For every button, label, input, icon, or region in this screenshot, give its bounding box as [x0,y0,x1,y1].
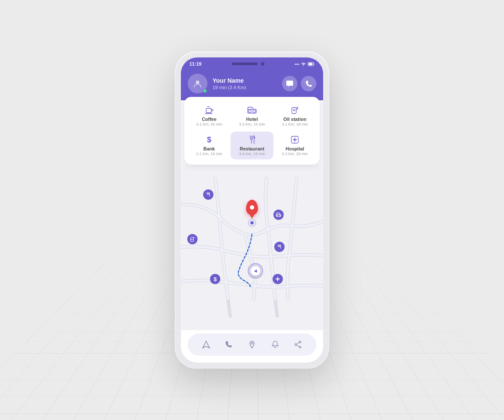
status-notch [232,63,258,65]
map-dot-hotel-1[interactable] [273,210,284,220]
user-info: Your Name 19 min (3.4 Km) [213,77,277,90]
svg-point-17 [251,342,253,344]
call-button[interactable] [301,76,316,91]
category-hospital[interactable]: Hospital 5.3 Km, 29 min [273,132,316,159]
hotel-label: Hotel [246,117,258,122]
svg-point-20 [295,344,297,345]
status-camera [261,62,264,66]
category-oil-station[interactable]: Oil station 3.1 Km, 18 min [273,102,316,130]
status-time: 11:19 [189,61,201,66]
oil-station-icon [291,105,298,115]
svg-point-18 [299,341,301,343]
category-bank[interactable]: $ Bank 2.1 Km, 16 min [188,132,231,159]
svg-rect-5 [249,110,251,112]
coffee-label: Coffee [202,117,216,122]
restaurant-icon [248,135,256,144]
hospital-icon [291,135,299,144]
nav-bar [188,333,316,356]
hospital-label: Hospital [285,146,304,151]
current-location: ◄ [248,263,263,279]
category-panel: Coffee 4.1 Km, 26 min Hotel [184,97,320,165]
app-header: Your Name 19 min (3.4 Km) [181,69,323,100]
hotel-detail: 3.3 Km, 15 min [239,122,265,126]
bottom-navigation [181,330,323,363]
bank-dollar-sign: $ [213,276,216,282]
map-dot-bank-1[interactable]: $ [210,274,220,284]
svg-point-2 [196,81,199,84]
compass-arrow: ◄ [253,268,258,274]
bank-detail: 2.1 Km, 16 min [196,152,222,156]
svg-rect-6 [253,110,255,112]
nav-location[interactable] [244,337,260,352]
svg-rect-13 [277,215,278,216]
svg-point-19 [299,346,301,348]
svg-rect-14 [279,215,281,216]
phone-mockup: 11:19 ▪▪▪ [175,51,329,369]
pin-body [246,200,258,215]
header-actions [282,76,316,91]
location-button[interactable]: ◄ [251,266,260,276]
phone-frame: 11:19 ▪▪▪ [175,51,329,369]
nav-phone[interactable] [221,337,237,352]
wifi-icon [301,62,306,66]
restaurant-label: Restaurant [240,146,264,151]
oil-station-label: Oil station [283,117,306,122]
svg-rect-4 [248,109,256,113]
svg-rect-12 [276,214,281,217]
signal-icon: ▪▪▪ [294,62,299,66]
hotel-icon [247,105,257,115]
category-coffee[interactable]: Coffee 4.1 Km, 26 min [188,102,231,130]
user-distance: 19 min (3.4 Km) [213,85,277,90]
chat-button[interactable] [282,76,297,91]
bank-icon: $ [207,135,211,144]
online-indicator [203,89,207,93]
map-dot-hospital-1[interactable] [273,274,283,284]
category-hotel[interactable]: Hotel 3.3 Km, 15 min [231,102,273,130]
svg-point-16 [193,237,194,238]
map-dot-restaurant-2[interactable] [274,242,285,252]
route-start-dot [249,220,255,225]
category-row-2: $ Bank 2.1 Km, 16 min [188,132,316,159]
svg-rect-3 [206,108,211,113]
nav-share[interactable] [290,337,306,352]
status-icons: ▪▪▪ [294,62,315,66]
category-restaurant[interactable]: Restaurant 3.4 Km, 19 min [231,132,273,159]
map-dot-gas-1[interactable] [187,234,198,244]
oil-station-detail: 3.1 Km, 18 min [282,122,308,126]
nav-notifications[interactable] [267,337,283,352]
coffee-icon [205,105,213,115]
destination-pin [246,200,258,215]
map-dot-restaurant-1[interactable] [203,189,213,200]
nav-navigate[interactable] [198,337,214,352]
status-bar: 11:19 ▪▪▪ [181,57,323,69]
map-roads [181,165,323,330]
map-area[interactable]: $ ◄ [181,165,323,330]
svg-rect-1 [309,63,312,65]
location-pulse: ◄ [248,263,263,279]
battery-icon [308,62,315,66]
avatar-container [188,74,207,93]
svg-point-8 [297,107,298,108]
hospital-detail: 5.3 Km, 29 min [282,152,308,156]
coffee-detail: 4.1 Km, 26 min [196,122,222,126]
phone-screen: 11:19 ▪▪▪ [181,57,323,363]
category-row-1: Coffee 4.1 Km, 26 min Hotel [188,102,316,130]
user-name: Your Name [213,77,277,84]
bank-label: Bank [204,146,215,151]
pin-inner [250,205,254,210]
restaurant-detail: 3.4 Km, 19 min [239,152,265,156]
